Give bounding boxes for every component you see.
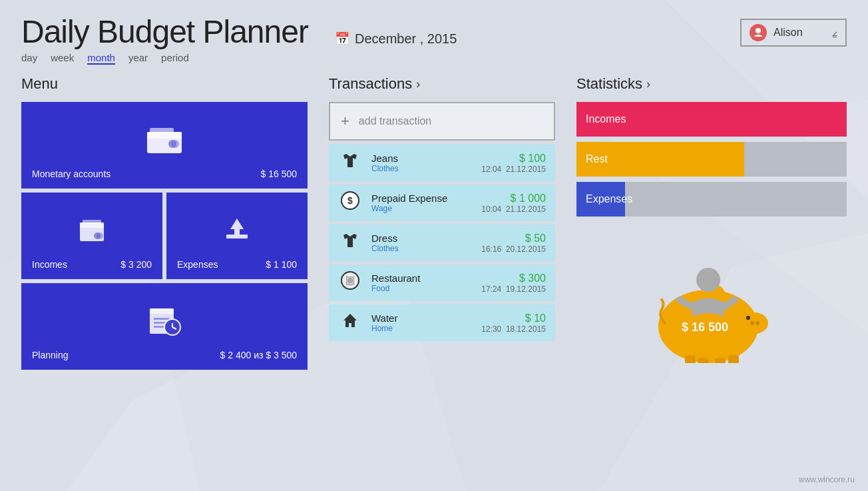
- svg-point-15: [97, 233, 103, 239]
- header: Daily Budget Planner 📅 December , 2015 d…: [21, 16, 847, 65]
- statistics-arrow: ›: [646, 77, 650, 91]
- tile-planning-label: Planning: [32, 350, 69, 360]
- transaction-right-dress: $ 50 16:16 20.12.2015: [481, 233, 546, 254]
- transactions-arrow: ›: [416, 77, 420, 91]
- add-plus-icon: +: [341, 113, 349, 130]
- svg-text:$: $: [347, 195, 353, 206]
- nav-day[interactable]: day: [21, 52, 37, 65]
- income-icon: [32, 202, 152, 259]
- tile-monetary-bottom: Monetary accounts $ 16 500: [32, 169, 297, 179]
- user-name: Alison: [773, 27, 832, 39]
- svg-rect-40: [728, 355, 739, 363]
- svg-rect-39: [715, 358, 726, 363]
- stats-bars: Incomes Rest: [576, 102, 847, 217]
- tile-expenses-value: $ 1 100: [266, 259, 297, 270]
- tile-planning[interactable]: Planning $ 2 400 из $ 3 500: [21, 283, 308, 370]
- tile-planning-bottom: Planning $ 2 400 из $ 3 500: [32, 350, 297, 360]
- transaction-category-jeans: Clothes: [371, 164, 472, 173]
- tile-incomes[interactable]: Incomes $ 3 200: [21, 193, 162, 279]
- transaction-amount-restaurant: $ 300: [481, 272, 546, 284]
- nav-month[interactable]: month: [87, 52, 115, 65]
- piggy-section: $ 16 500: [576, 230, 847, 363]
- transaction-amount-prepaid: $ 1 000: [481, 193, 546, 205]
- main-layout: Menu Monetary accounts: [21, 75, 847, 370]
- transaction-item-restaurant[interactable]: Restaurant Food $ 300 17:24 19.12.2015: [329, 264, 555, 301]
- dollar-circle-icon: $: [338, 191, 362, 215]
- planning-icon: [32, 292, 297, 350]
- tile-expenses-bottom: Expenses $ 1 100: [177, 259, 297, 270]
- svg-rect-20: [154, 318, 170, 320]
- transaction-name-water: Water: [371, 312, 472, 324]
- stat-bar-rest-container[interactable]: Rest: [576, 142, 847, 177]
- svg-rect-37: [685, 355, 696, 363]
- svg-rect-13: [83, 220, 101, 224]
- svg-rect-16: [226, 235, 248, 239]
- nav-year[interactable]: year: [128, 52, 148, 65]
- svg-rect-38: [698, 358, 709, 363]
- stat-bar-expenses-container[interactable]: Expenses: [576, 182, 847, 217]
- transaction-name-prepaid: Prepaid Expense: [371, 193, 472, 204]
- tile-half-row: Incomes $ 3 200 Expenses: [21, 193, 308, 279]
- statistics-column: Statisticks › Incomes: [576, 75, 847, 370]
- svg-point-29: [347, 278, 353, 283]
- user-dropdown[interactable]: Alison ⦤: [740, 19, 847, 47]
- svg-point-34: [756, 321, 760, 325]
- transaction-item-dress[interactable]: Dress Clothes $ 50 16:16 20.12.2015: [329, 225, 555, 261]
- transaction-category-restaurant: Food: [371, 284, 472, 293]
- transaction-name-dress: Dress: [371, 233, 472, 244]
- transaction-right-prepaid: $ 1 000 10:04 21.12.2015: [481, 193, 546, 214]
- transaction-name-jeans: Jeans: [371, 153, 472, 164]
- svg-point-10: [171, 140, 179, 148]
- svg-point-33: [750, 321, 754, 325]
- transactions-column: Transactions › + add transaction Jeans C…: [329, 75, 555, 370]
- tile-monetary[interactable]: Monetary accounts $ 16 500: [21, 102, 308, 189]
- transaction-datetime-restaurant: 17:24 19.12.2015: [481, 284, 546, 294]
- stat-label-rest: Rest: [586, 153, 608, 165]
- tile-incomes-value: $ 3 200: [120, 259, 152, 270]
- tile-incomes-bottom: Incomes $ 3 200: [32, 259, 152, 270]
- chevron-down-icon: ⦤: [832, 27, 837, 39]
- tile-expenses[interactable]: Expenses $ 1 100: [166, 193, 308, 279]
- date-text: December , 2015: [355, 31, 457, 47]
- svg-marker-30: [343, 314, 357, 327]
- transaction-info-jeans: Jeans Clothes: [371, 153, 472, 173]
- transaction-datetime-prepaid: 10:04 21.12.2015: [481, 205, 546, 214]
- app-title: Daily Budget Planner: [21, 16, 308, 48]
- nav-week[interactable]: week: [51, 52, 74, 65]
- transaction-category-prepaid: Wage: [371, 204, 472, 213]
- svg-marker-17: [230, 219, 244, 235]
- tile-expenses-label: Expenses: [177, 259, 218, 270]
- svg-rect-19: [150, 308, 174, 314]
- calendar-icon: 📅: [335, 31, 349, 46]
- menu-tiles: Monetary accounts $ 16 500: [21, 102, 308, 370]
- add-transaction-button[interactable]: + add transaction: [329, 102, 555, 141]
- svg-point-32: [742, 312, 768, 334]
- food-icon: [338, 271, 362, 294]
- transaction-right-water: $ 10 12:30 18.12.2015: [481, 312, 546, 334]
- shirt-icon: [338, 151, 362, 175]
- menu-column: Menu Monetary accounts: [21, 75, 308, 370]
- user-avatar-icon: [750, 24, 767, 41]
- transaction-item-jeans[interactable]: Jeans Clothes $ 100 12:04 21.12.2015: [329, 145, 555, 181]
- svg-point-42: [696, 268, 720, 292]
- transaction-amount-jeans: $ 100: [481, 153, 546, 165]
- transaction-name-restaurant: Restaurant: [371, 272, 472, 284]
- stat-bar-incomes-container[interactable]: Incomes: [576, 102, 847, 137]
- tile-monetary-label: Monetary accounts: [32, 169, 110, 179]
- upload-icon: [177, 202, 297, 259]
- transaction-info-prepaid: Prepaid Expense Wage: [371, 193, 472, 213]
- statistics-header: Statisticks ›: [576, 75, 847, 93]
- header-left: Daily Budget Planner 📅 December , 2015 d…: [21, 16, 457, 65]
- nav-period[interactable]: period: [161, 52, 189, 65]
- transaction-item-prepaid[interactable]: $ Prepaid Expense Wage $ 1 000 10:04 21.…: [329, 185, 555, 221]
- nav-links: day week month year period: [21, 52, 457, 65]
- footer-credit: www.wincore.ru: [799, 475, 855, 484]
- transaction-item-water[interactable]: Water Home $ 10 12:30 18.12.2015: [329, 304, 555, 341]
- svg-point-36: [746, 316, 750, 320]
- stat-label-expenses: Expenses: [586, 193, 632, 205]
- transaction-datetime-dress: 16:16 20.12.2015: [481, 245, 546, 254]
- transactions-header: Transactions ›: [329, 75, 555, 93]
- transaction-datetime-jeans: 12:04 21.12.2015: [481, 165, 546, 174]
- svg-point-5: [756, 28, 761, 33]
- transaction-right-restaurant: $ 300 17:24 19.12.2015: [481, 272, 546, 294]
